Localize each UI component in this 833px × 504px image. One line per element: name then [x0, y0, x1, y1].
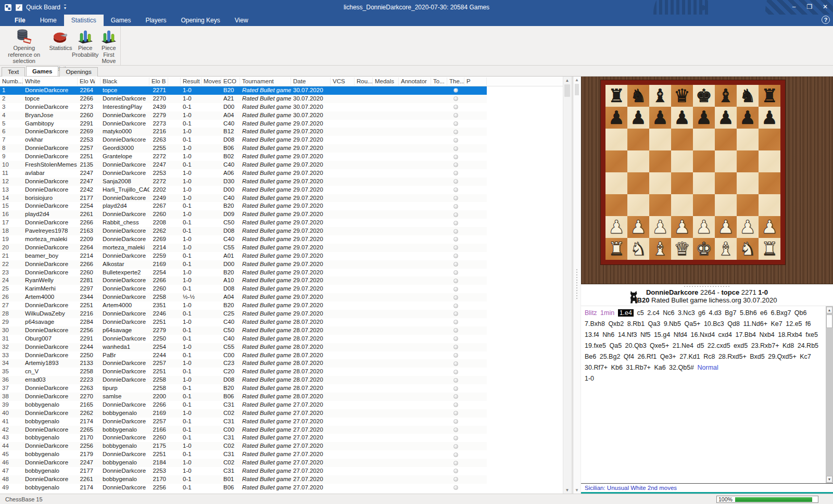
help-icon[interactable]: ? — [822, 16, 830, 24]
column-header-medals[interactable]: Medals — [373, 78, 399, 85]
column-header-tournament[interactable]: Tournament — [240, 78, 291, 85]
game-row[interactable]: 44DonnieDarkcore2256bobbygenalo21751-0C0… — [0, 442, 487, 450]
menu-tab-view[interactable]: View — [228, 15, 256, 26]
game-row[interactable]: 30DonnieDarkcore2256p64savage22790-1C50R… — [0, 326, 487, 335]
doc-tab-text[interactable]: Text — [2, 67, 25, 77]
game-row[interactable]: 27DonnieDarkcore2251Artem400023511-0B20R… — [0, 301, 487, 310]
horizontal-splitter[interactable] — [581, 284, 833, 288]
game-row[interactable]: 49bobbygenalo2174DonnieDarkcore22560-1B0… — [0, 484, 487, 492]
time-control-label[interactable]: Blitz 1min — [585, 309, 618, 317]
column-header-black[interactable]: Black — [100, 78, 149, 85]
game-row[interactable]: 42DonnieDarkcore2265bobbygenalo21660-1C0… — [0, 426, 487, 434]
column-header-theme[interactable]: The... — [447, 78, 464, 85]
quick-access-dropdown-icon[interactable]: ▾ — [64, 5, 66, 10]
game-row[interactable]: 12DonnieDarkcore2247Sanja200822721-0D30R… — [0, 178, 487, 186]
notation-scrollbar[interactable]: ▲ ▼ — [826, 306, 833, 483]
restore-button[interactable]: ❐ — [802, 0, 817, 14]
game-row[interactable]: 7ovkhar2253DonnieDarkcore22630-1D08Rated… — [0, 136, 487, 144]
column-header-date[interactable]: Date — [291, 78, 331, 85]
game-row[interactable]: 1DonnieDarkcore2264topce22711-0B20Rated … — [0, 86, 487, 95]
game-row[interactable]: 19morteza_maleki2209DonnieDarkcore22691-… — [0, 235, 487, 244]
column-header-annotator[interactable]: Annotator — [399, 78, 431, 85]
ribbon-button-piece-first-move[interactable]: Piece First Move — [97, 27, 120, 66]
game-row[interactable]: 41bobbygenalo2174DonnieDarkcore22570-1C3… — [0, 418, 487, 426]
minimize-button[interactable]: – — [786, 0, 802, 14]
collapse-down-icon[interactable]: ▼ — [573, 488, 580, 493]
notation-scrollbar-thumb[interactable] — [826, 314, 832, 328]
column-header-eco[interactable]: ECO — [221, 78, 240, 85]
column-header-top-games[interactable]: To... — [431, 78, 447, 85]
game-row[interactable]: 4BryanJose2260DonnieDarkcore22791-0A04Ra… — [0, 111, 487, 120]
ribbon-button-piece-probability[interactable]: Piece Probability — [73, 27, 97, 59]
annotation-label[interactable]: Normal — [698, 364, 718, 371]
game-row[interactable]: 11avlabar2247DonnieDarkcore22531-0A06Rat… — [0, 169, 487, 178]
moves-body[interactable]: c5 2.c4 Nc6 3.Nc3 g6 4.d3 Bg7 5.Bh6 e6 6… — [585, 309, 818, 371]
table-scrollbar[interactable]: ▲ ▼ — [563, 77, 571, 494]
menu-tab-players[interactable]: Players — [138, 15, 173, 26]
game-row[interactable]: 20DonnieDarkcore2264morteza_maleki22141-… — [0, 244, 487, 252]
column-header-round[interactable]: Rou... — [355, 78, 373, 85]
menu-tab-home[interactable]: Home — [33, 15, 64, 26]
column-header-number[interactable]: Numb... — [0, 78, 23, 85]
scroll-up-icon[interactable]: ▲ — [826, 307, 832, 313]
column-header-white[interactable]: White — [23, 78, 78, 85]
game-row[interactable]: 10FreshStolenMemes2135DonnieDarkcore2247… — [0, 161, 487, 169]
game-row[interactable]: 15DonnieDarkcore2254playd2d422670-1B20Ra… — [0, 202, 487, 210]
close-button[interactable]: ✕ — [817, 0, 833, 14]
column-header-vcs[interactable]: VCS — [331, 78, 355, 85]
splitter-thumb[interactable] — [575, 84, 579, 95]
game-row[interactable]: 29p64savage2284DonnieDarkcore22511-0C40R… — [0, 318, 487, 326]
game-row[interactable]: 43bobbygenalo2170DonnieDarkcore22600-1C3… — [0, 434, 487, 442]
column-header-p[interactable]: P — [464, 78, 487, 85]
game-row[interactable]: 3DonnieDarkcore2273InterestingPlay24390-… — [0, 103, 487, 111]
column-header-moves[interactable]: Moves — [201, 78, 221, 85]
scroll-down-icon[interactable]: ▼ — [563, 486, 571, 494]
game-row[interactable]: 47bobbygenalo2177DonnieDarkcore22531-0C3… — [0, 467, 487, 475]
game-row[interactable]: 2topce2266DonnieDarkcore22701-0A21Rated … — [0, 95, 487, 103]
game-row[interactable]: 34Artemiy18932133DonnieDarkcore22571-0C2… — [0, 359, 487, 368]
game-row[interactable]: 32DonnieDarkcore2244wanheda122541-0C55Ra… — [0, 343, 487, 351]
scroll-down-icon[interactable]: ▼ — [826, 476, 832, 483]
game-row[interactable]: 35cn_V2258DonnieDarkcore22510-1C20Rated … — [0, 368, 487, 376]
ribbon-button-statistics[interactable]: Statistics — [48, 27, 73, 53]
menu-tab-games[interactable]: Games — [104, 15, 138, 26]
menu-tab-file[interactable]: File — [7, 15, 33, 26]
game-row[interactable]: 9DonnieDarkcore2251Grantelope22721-0B02R… — [0, 153, 487, 161]
game-row[interactable]: 26Artem40002344DonnieDarkcore2258½-½A04R… — [0, 293, 487, 301]
game-row[interactable]: 48DonnieDarkcore2261bobbygenalo21700-1B0… — [0, 475, 487, 484]
quick-board-checkbox[interactable]: ✓ — [16, 4, 22, 11]
doc-tab-games[interactable]: Games — [26, 66, 58, 76]
game-row[interactable]: 6DonnieDarkcore2269matyko00022161-0B12Ra… — [0, 128, 487, 136]
column-header-elo-b[interactable]: Elo B — [149, 78, 168, 85]
game-row[interactable]: 13DonnieDarkcore2242Harli_Trujillo_CAQ22… — [0, 186, 487, 194]
game-row[interactable]: 25KarimMerhi2297DonnieDarkcore22600-1D08… — [0, 285, 487, 293]
game-row[interactable]: 24RyanWelly2281DonnieDarkcore22661-0A10R… — [0, 276, 487, 285]
game-row[interactable]: 8DonnieDarkcore2257Geordi300022551-0B06R… — [0, 144, 487, 153]
game-row[interactable]: 45bobbygenalo2179DonnieDarkcore22510-1C3… — [0, 450, 487, 459]
column-header-elo-w[interactable]: Elo W — [78, 78, 95, 85]
menu-tab-opening-keys[interactable]: Opening Keys — [173, 15, 227, 26]
game-row[interactable]: 23DonnieDarkcore2260Bulletexperte222541-… — [0, 269, 487, 277]
game-row[interactable]: 21beamer_boy2214DonnieDarkcore22590-1A01… — [0, 252, 487, 260]
game-row[interactable]: 33DonnieDarkcore2250PaBr22440-1C00Rated … — [0, 351, 487, 360]
game-row[interactable]: 17DonnieDarkcore2266Rabbit_chess22080-1C… — [0, 219, 487, 227]
game-row[interactable]: 28WilkuDwaZeby2216DonnieDarkcore22460-1C… — [0, 310, 487, 318]
game-row[interactable]: 5Gambitopy2291DonnieDarkcore22730-1C40Ra… — [0, 120, 487, 128]
game-row[interactable]: 22DonnieDarkcore2266Alkostar21690-1D00Ra… — [0, 260, 487, 269]
game-row[interactable]: 46DonnieDarkcore2247bobbygenalo21841-0C0… — [0, 459, 487, 467]
game-row[interactable]: 38DonnieDarkcore2270samlse22000-1B06Rate… — [0, 393, 487, 401]
game-row[interactable]: 37DonnieDarkcore2263tipurp22580-1B20Rate… — [0, 384, 487, 393]
game-row[interactable]: 18Pavelreyes19782163DonnieDarkcore22620-… — [0, 227, 487, 235]
game-row[interactable]: 16playd2d42261DonnieDarkcore22601-0D09Ra… — [0, 210, 487, 219]
game-row[interactable]: 40DonnieDarkcore2262bobbygenalo21691-0C0… — [0, 409, 487, 418]
table-scrollbar-thumb[interactable] — [564, 84, 570, 97]
ribbon-button-opening-reference-on-selection[interactable]: Opening reference on selection — [0, 27, 48, 66]
game-row[interactable]: 31Oburg0072291DonnieDarkcore22500-1C40Ra… — [0, 335, 487, 343]
menu-tab-statistics[interactable]: Statistics — [64, 15, 104, 26]
current-move[interactable]: 1.e4 — [618, 309, 634, 317]
collapse-up-icon[interactable]: ▲ — [573, 78, 580, 82]
panel-splitter[interactable]: ▲ ▼ — [573, 77, 581, 494]
chess-board[interactable]: ♜♞♝♛♚♝♞♜♟♟♟♟♟♟♟♟♟♟♟♟♟♟♟♟♜♞♝♛♚♝♞♜ — [605, 85, 780, 260]
app-board-icon[interactable] — [4, 4, 12, 11]
doc-tab-openings[interactable]: Openings — [59, 67, 97, 77]
